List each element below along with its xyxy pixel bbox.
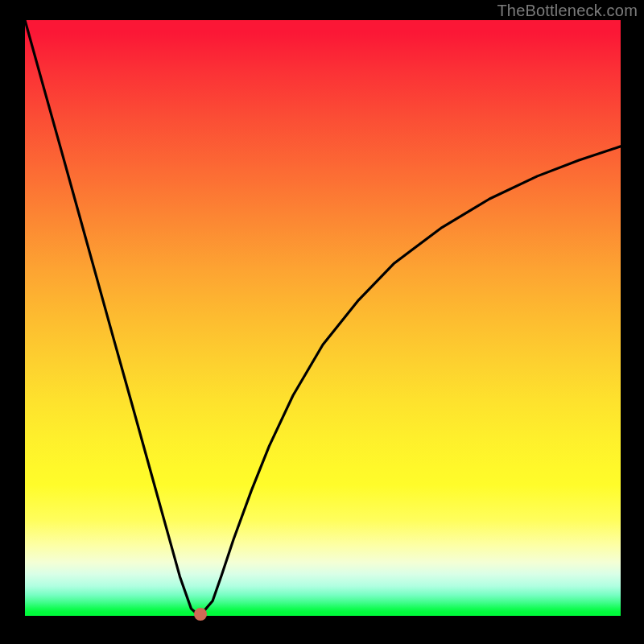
chart-frame: TheBottleneck.com	[0, 0, 644, 644]
curve-path	[25, 20, 621, 613]
plot-area	[25, 20, 621, 616]
min-marker	[194, 608, 207, 621]
watermark-text: TheBottleneck.com	[497, 2, 638, 20]
curve-svg	[25, 20, 621, 616]
